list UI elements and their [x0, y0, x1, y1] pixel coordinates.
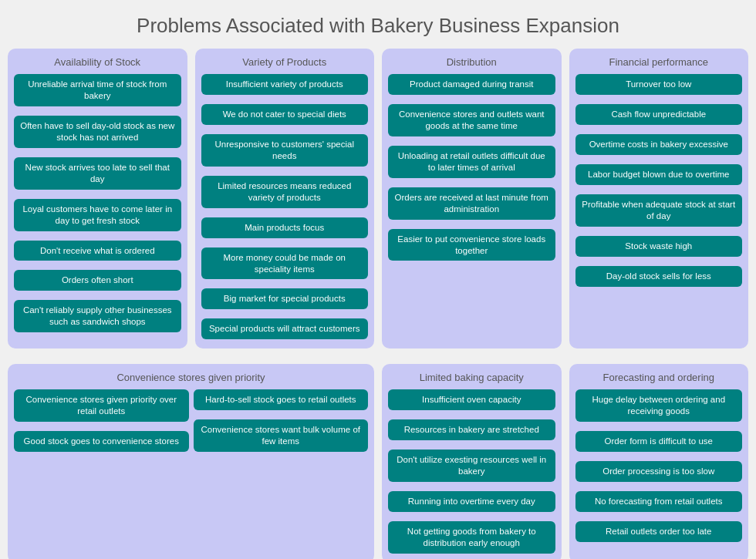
- page-title: Problems Associated with Bakery Business…: [8, 8, 748, 38]
- card: Retail outlets order too late: [575, 521, 743, 542]
- card: Good stock goes to convenience stores: [14, 431, 189, 452]
- card: Running into overtime every day: [388, 491, 555, 512]
- card: Huge delay between ordering and receivin…: [575, 389, 743, 422]
- card: Special products will attract customers: [201, 318, 369, 339]
- financial-panel: Financial performance Turnover too lowCa…: [569, 49, 749, 349]
- forecasting-panel: Forecasting and ordering Huge delay betw…: [569, 364, 749, 559]
- card: No forecasting from retail outlets: [575, 491, 743, 512]
- card: Product damaged during transit: [388, 74, 555, 95]
- card: More money could be made on speciality i…: [201, 248, 369, 280]
- card: New stock arrives too late to sell that …: [14, 157, 181, 190]
- convenience-cards: Convenience stores given priority over r…: [14, 389, 368, 452]
- card: Convenience stores given priority over r…: [14, 389, 189, 422]
- variety-panel: Variety of Products Insufficient variety…: [195, 49, 375, 349]
- forecasting-cards: Huge delay between ordering and receivin…: [575, 389, 743, 542]
- availability-panel: Availability of Stock Unreliable arrival…: [8, 49, 187, 349]
- card: Don't utilize exesting resources well in…: [388, 450, 555, 482]
- card: Unreliable arrival time of stock from ba…: [14, 74, 181, 106]
- card: Easier to put convenience store loads to…: [388, 229, 555, 261]
- card: Convenience stores want bulk volume of f…: [194, 419, 369, 452]
- card: Order form is difficult to use: [575, 431, 743, 452]
- distribution-title: Distribution: [388, 56, 555, 68]
- card: Insufficient oven capacity: [388, 389, 555, 410]
- card: Profitable when adequate stock at start …: [575, 194, 743, 227]
- card: Order processing is too slow: [575, 461, 743, 482]
- card: Don't receive what is ordered: [14, 241, 181, 261]
- card: Can't reliably supply other businesses s…: [14, 300, 181, 332]
- limited-baking-panel: Limited baking capacity Insufficient ove…: [382, 364, 562, 559]
- card: Resources in bakery are stretched: [388, 419, 555, 440]
- card: Orders are received at last minute from …: [388, 187, 555, 220]
- card: Labor budget blown due to overtime: [575, 164, 743, 185]
- card: Insufficient variety of products: [201, 74, 369, 95]
- forecasting-title: Forecasting and ordering: [575, 372, 743, 383]
- card: Hard-to-sell stock goes to retail outlet…: [194, 389, 369, 410]
- card: Orders often short: [14, 270, 181, 291]
- convenience-panel: Convenience stores given priority Conven…: [8, 364, 374, 559]
- distribution-panel: Distribution Product damaged during tran…: [382, 49, 562, 349]
- convenience-title: Convenience stores given priority: [14, 372, 368, 383]
- card: Cash flow unpredictable: [575, 104, 743, 125]
- card: Convenience stores and outlets want good…: [388, 104, 555, 136]
- card: Turnover too low: [575, 74, 743, 95]
- card: Day-old stock sells for less: [575, 266, 743, 287]
- limited-baking-cards: Insufficient oven capacityResources in b…: [388, 389, 555, 554]
- financial-title: Financial performance: [575, 56, 743, 68]
- card: Often have to sell day-old stock as new …: [14, 116, 181, 148]
- card: Loyal customers have to come later in da…: [14, 199, 181, 231]
- card: Not getting goods from bakery to distrib…: [388, 521, 555, 554]
- variety-cards: Insufficient variety of productsWe do no…: [201, 74, 369, 339]
- distribution-cards: Product damaged during transitConvenienc…: [388, 74, 555, 261]
- availability-cards: Unreliable arrival time of stock from ba…: [14, 74, 181, 332]
- financial-cards: Turnover too lowCash flow unpredictableO…: [575, 74, 743, 287]
- availability-title: Availability of Stock: [14, 56, 181, 68]
- card: We do not cater to special diets: [201, 104, 369, 125]
- variety-title: Variety of Products: [201, 56, 369, 68]
- card: Big market for special products: [201, 288, 369, 309]
- card: Unresponsive to customers' special needs: [201, 134, 369, 167]
- card: Stock waste high: [575, 236, 743, 257]
- limited-baking-title: Limited baking capacity: [388, 372, 555, 383]
- card: Limited resources means reduced variety …: [201, 176, 369, 208]
- card: Overtime costs in bakery excessive: [575, 134, 743, 155]
- card: Unloading at retail outlets difficult du…: [388, 146, 555, 178]
- card: Main products focus: [201, 217, 369, 238]
